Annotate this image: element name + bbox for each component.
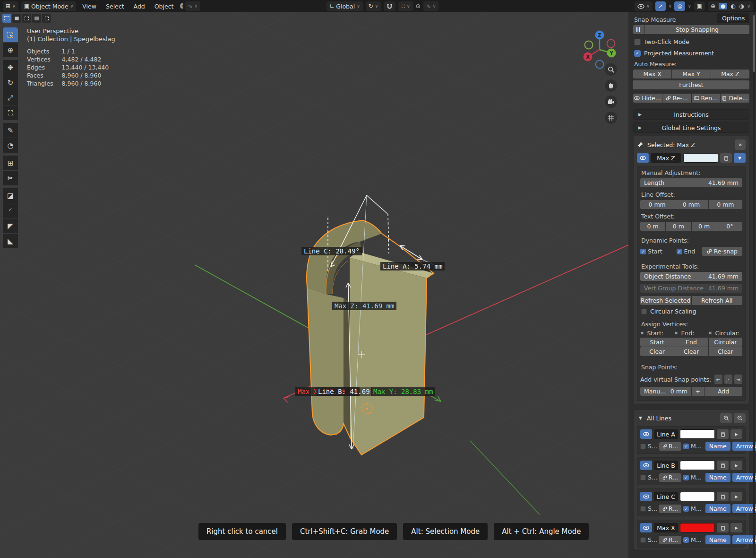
line-name-field[interactable]: Line C — [654, 492, 678, 501]
checkbox-off-icon[interactable] — [640, 506, 646, 512]
tool-measure[interactable]: ◔ — [3, 138, 18, 153]
refresh-all-button[interactable]: Refresh All — [692, 296, 743, 305]
name-toggle[interactable]: Name — [705, 535, 730, 544]
resnap-line-button[interactable]: R... — [659, 473, 681, 482]
max-y-button[interactable]: Max Y — [672, 70, 710, 78]
select-box-mode-active[interactable] — [2, 14, 11, 23]
shading-material-icon[interactable]: ◐ — [730, 3, 735, 9]
clear-start-x-icon[interactable]: ✕ — [640, 331, 644, 336]
line-visibility-toggle[interactable] — [640, 429, 652, 439]
expand-line-button[interactable]: ▶ — [730, 461, 742, 470]
checkbox-on-icon[interactable]: ✓ — [683, 537, 689, 543]
tool-transform[interactable]: ⛶ — [3, 105, 18, 120]
assign-circular-button[interactable]: Circular — [709, 338, 742, 347]
shading-rendered-icon[interactable]: ◑ — [739, 3, 744, 9]
projected-measurement-checkbox[interactable]: ✓ Projected Measurement — [634, 50, 749, 57]
line-offset-z[interactable]: 0 mm — [709, 200, 742, 209]
circular-scaling-checkbox[interactable]: Circular Scaling — [641, 308, 742, 315]
clear-start-button[interactable]: Clear — [640, 347, 674, 356]
xray-toggle[interactable]: ▣ — [694, 1, 705, 11]
tool-fillet[interactable]: ◜ — [3, 203, 18, 218]
line-color-swatch[interactable] — [680, 492, 715, 501]
line-name-field[interactable]: Max X — [654, 523, 678, 532]
delete-line-button[interactable] — [717, 429, 729, 439]
clear-end-x-icon[interactable]: ✕ — [674, 331, 678, 336]
furthest-button[interactable]: Furthest — [633, 80, 749, 89]
global-line-settings-panel[interactable]: ▶ Global Line Settings — [633, 122, 749, 133]
delete-line-button[interactable] — [717, 523, 729, 532]
chevron-down-icon[interactable]: ∨ — [747, 4, 750, 9]
max-x-button[interactable]: Max X — [633, 70, 671, 78]
line-offset-x[interactable]: 0 mm — [640, 200, 674, 209]
expand-line-button[interactable]: ▶ — [730, 492, 742, 501]
selected-color-swatch[interactable] — [683, 153, 718, 163]
close-icon[interactable]: ✕ — [735, 140, 746, 150]
hide-button[interactable]: Hide... — [633, 94, 662, 103]
tool-rotate[interactable]: ↻ — [3, 75, 18, 90]
plus-icon[interactable]: + — [692, 387, 704, 396]
assign-end-button[interactable]: End — [674, 338, 708, 347]
line-color-swatch[interactable] — [680, 461, 715, 470]
checkbox-off-icon[interactable] — [640, 444, 646, 449]
manual-snap-slider[interactable]: Manu...0 mm — [640, 387, 691, 396]
expand-line-button[interactable]: ▶ — [730, 429, 742, 439]
ortho-toggle-button[interactable] — [605, 112, 617, 124]
checkbox-on-icon[interactable]: ✓ — [677, 249, 682, 254]
checkbox-on-icon[interactable]: ✓ — [683, 444, 689, 449]
resnap-line-button[interactable]: R... — [659, 536, 681, 544]
delete-line-button[interactable] — [717, 461, 729, 470]
expand-line-button[interactable]: ▼ — [734, 153, 746, 163]
resnap-all-button[interactable]: Re-... — [662, 94, 691, 103]
line-color-swatch[interactable] — [680, 523, 715, 532]
tool-flag-a[interactable]: ◤ — [3, 218, 18, 233]
tool-select-box[interactable] — [3, 27, 18, 42]
line-visibility-toggle[interactable] — [640, 461, 652, 470]
clear-circular-button[interactable]: Clear — [709, 347, 742, 356]
tool-cursor[interactable]: ⊕ — [3, 43, 18, 57]
snap-toggle[interactable] — [384, 1, 395, 11]
gizmos-toggle[interactable]: ↗ — [655, 1, 666, 11]
mode-dropdown[interactable]: ▣ Object Mode ∨ — [21, 1, 77, 11]
zoom-out-lines-button[interactable] — [734, 413, 746, 423]
selected-name-field[interactable]: Max Z — [651, 153, 681, 163]
line-name-field[interactable]: Line A — [654, 429, 678, 439]
pivot-point-dropdown[interactable]: ↻ ∨ — [366, 1, 381, 11]
tool-annotate[interactable]: ✎ — [3, 123, 18, 138]
options-button[interactable]: Options — [717, 13, 749, 23]
object-distance-slider[interactable]: Object Distance41.69 mm — [640, 272, 742, 281]
tool-move[interactable]: ✥ — [3, 60, 18, 75]
checkbox-off-icon[interactable] — [640, 475, 646, 480]
menu-select[interactable]: Select — [103, 3, 128, 10]
text-offset-rot[interactable]: 0° — [717, 222, 742, 231]
show-hide-dropdown[interactable]: ∨ — [635, 1, 653, 11]
tool-cut[interactable]: ✂ — [3, 171, 18, 185]
chevron-down-icon[interactable]: ∨ — [688, 4, 691, 9]
name-toggle[interactable]: Name — [705, 473, 730, 482]
line-visibility-toggle[interactable] — [640, 492, 652, 501]
shading-solid-icon[interactable]: ● — [719, 3, 727, 9]
resnap-button[interactable]: Re-snap — [702, 247, 742, 256]
line-offset-y[interactable]: 0 mm — [674, 200, 708, 209]
editor-type-button[interactable]: ⊞ ∨ — [3, 1, 18, 11]
panel-scrollbar[interactable] — [753, 14, 755, 556]
line-name-field[interactable]: Line B — [654, 461, 678, 470]
pan-button[interactable] — [605, 79, 617, 92]
menu-object[interactable]: Object — [151, 3, 177, 10]
snap-point-mid-icon[interactable]: ⋰ — [724, 375, 732, 384]
falloff-dropdown-disabled[interactable]: ∿ ∨ — [185, 1, 201, 11]
camera-view-button[interactable] — [605, 96, 617, 108]
chevron-down-icon[interactable]: ∨ — [669, 4, 672, 9]
zoom-button[interactable] — [605, 63, 617, 76]
line-visibility-toggle[interactable] — [637, 153, 649, 163]
snap-point-start-icon[interactable]: ⇤ — [714, 375, 722, 384]
select-intersect-mode[interactable] — [42, 14, 51, 23]
snap-point-end-icon[interactable]: ⇥ — [734, 375, 742, 384]
checkbox-on-icon[interactable]: ✓ — [683, 506, 689, 512]
tool-add-cube[interactable]: ⊞ — [3, 156, 18, 170]
menu-add[interactable]: Add — [130, 3, 148, 10]
clear-circular-x-icon[interactable]: ✕ — [708, 331, 712, 336]
delete-line-button[interactable] — [717, 492, 729, 501]
expand-line-button[interactable]: ▶ — [730, 523, 742, 532]
triangle-down-icon[interactable]: ▼ — [639, 416, 642, 420]
add-snap-point-button[interactable]: Add — [704, 387, 742, 396]
